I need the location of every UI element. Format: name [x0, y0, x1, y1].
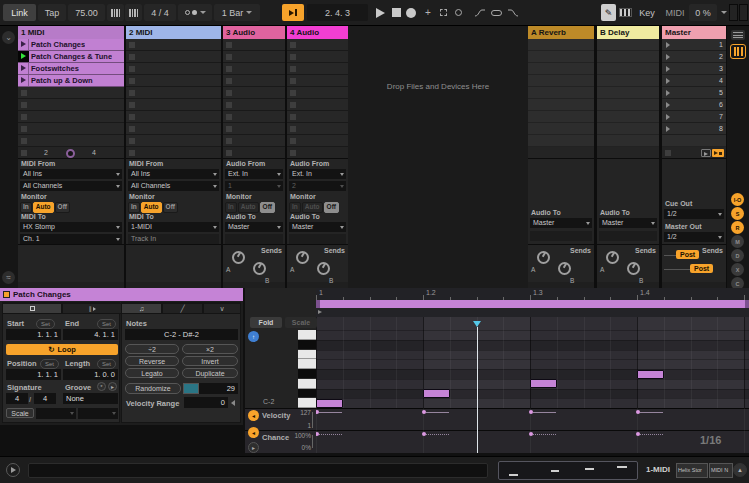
position-value[interactable]: 1. 1. 1: [6, 369, 61, 380]
scene-slot[interactable]: 6: [662, 99, 726, 111]
empty-clip-slot[interactable]: [287, 51, 348, 63]
empty-clip-slot[interactable]: [223, 99, 285, 111]
track-header[interactable]: 1 MIDI: [18, 26, 124, 39]
empty-clip-slot[interactable]: [223, 87, 285, 99]
empty-clip-slot[interactable]: [126, 99, 221, 111]
white-key[interactable]: [298, 330, 316, 340]
clip-launch-button[interactable]: [18, 63, 29, 74]
send-b-post-button[interactable]: Post: [690, 264, 713, 273]
scale-root-chooser[interactable]: [36, 408, 76, 419]
scene-slot[interactable]: 3: [662, 63, 726, 75]
scene-slot[interactable]: 8: [662, 123, 726, 135]
empty-clip-slot[interactable]: [223, 111, 285, 123]
tab-notes[interactable]: ♫: [121, 303, 162, 314]
monitor-off-button[interactable]: Off: [163, 202, 178, 213]
input-channel-chooser[interactable]: All Channels: [128, 181, 219, 191]
loop-start-handle[interactable]: [316, 300, 320, 308]
monitor-auto-button[interactable]: Auto: [238, 202, 259, 213]
clip-stop-button[interactable]: [129, 78, 135, 84]
white-key[interactable]: [298, 398, 316, 408]
arrangement-record-button[interactable]: [404, 5, 417, 20]
mixer-toggle-m[interactable]: M: [731, 235, 744, 248]
clip-overview[interactable]: [498, 461, 638, 480]
clip[interactable]: Patch up & Down: [18, 75, 124, 87]
chance-marker[interactable]: [636, 432, 640, 436]
empty-clip-slot[interactable]: [126, 111, 221, 123]
mixer-toggle-d[interactable]: D: [731, 249, 744, 262]
duplicate-button[interactable]: Duplicate: [182, 368, 238, 378]
monitor-auto-button[interactable]: Auto: [33, 202, 54, 213]
reverse-button[interactable]: Reverse: [125, 356, 179, 366]
midi-map-button[interactable]: MIDI: [661, 4, 689, 21]
velocity-range-value[interactable]: 0: [184, 397, 228, 408]
clip-stop-button[interactable]: [129, 42, 135, 48]
send-a-knob[interactable]: [606, 251, 619, 264]
clip-stop-button[interactable]: [129, 138, 135, 144]
device-chain-item[interactable]: Helix Stor: [676, 463, 708, 478]
clip-stop-button[interactable]: [290, 66, 296, 72]
scene-slot[interactable]: 5: [662, 87, 726, 99]
chance-marker[interactable]: [316, 432, 319, 436]
empty-clip-slot[interactable]: [126, 75, 221, 87]
black-key[interactable]: [298, 369, 316, 379]
empty-clip-slot[interactable]: [18, 87, 124, 99]
scale-name-chooser[interactable]: [78, 408, 118, 419]
nudge-up-button[interactable]: [125, 4, 142, 21]
set-end-button[interactable]: Set: [97, 319, 116, 329]
groove-pool-button[interactable]: ≈: [2, 271, 15, 284]
follow-button[interactable]: [282, 4, 304, 21]
input-channel-chooser[interactable]: All Channels: [20, 181, 122, 191]
randomize-button[interactable]: Randomize: [125, 383, 181, 394]
session-record-button[interactable]: [452, 5, 464, 20]
track-stop-button[interactable]: [290, 150, 296, 156]
monitor-in-button[interactable]: In: [289, 202, 301, 213]
loop-end-handle[interactable]: [745, 300, 749, 308]
velocity-marker[interactable]: [316, 410, 319, 414]
send-b-knob[interactable]: [317, 262, 330, 275]
input-type-chooser[interactable]: Ext. In: [225, 169, 283, 179]
fold-to-notes-button[interactable]: ↑: [248, 331, 259, 342]
master-out-chooser[interactable]: 1/2: [664, 232, 724, 242]
clip-stop-button[interactable]: [21, 90, 27, 96]
empty-clip-slot[interactable]: [223, 51, 285, 63]
chance-marker[interactable]: [529, 432, 533, 436]
show-device-view-button[interactable]: ▲: [733, 463, 747, 477]
set-position-button[interactable]: Set: [40, 359, 59, 369]
output-type-chooser[interactable]: Master: [599, 218, 657, 228]
velocity-marker[interactable]: [422, 410, 426, 414]
clip-launch-button[interactable]: [18, 75, 29, 86]
empty-clip-slot[interactable]: [126, 63, 221, 75]
clip[interactable]: Patch Changes: [18, 39, 124, 51]
send-a-knob[interactable]: [296, 251, 309, 264]
clip-stop-button[interactable]: [290, 114, 296, 120]
monitor-in-button[interactable]: In: [128, 202, 140, 213]
empty-clip-slot[interactable]: [126, 51, 221, 63]
quantization-menu[interactable]: 1 Bar: [214, 4, 260, 21]
tab-clip-properties[interactable]: [2, 303, 62, 314]
clip-stop-button[interactable]: [129, 102, 135, 108]
clip-title-bar[interactable]: Patch Changes: [0, 288, 243, 301]
groove-hotswap-button[interactable]: ▸: [108, 382, 117, 391]
output-type-chooser[interactable]: HX Stomp: [20, 222, 122, 232]
empty-clip-slot[interactable]: [126, 87, 221, 99]
overdub-button[interactable]: +: [422, 5, 434, 20]
nudge-down-button[interactable]: [107, 4, 124, 21]
clip-stop-button[interactable]: [226, 66, 232, 72]
double-time-button[interactable]: ×2: [182, 344, 238, 354]
input-channel-chooser[interactable]: 1: [225, 181, 283, 191]
input-channel-chooser[interactable]: 2: [289, 181, 346, 191]
note-grid[interactable]: 11.21.31.4: [316, 288, 749, 453]
midi-note[interactable]: [316, 399, 343, 408]
track-stop-button[interactable]: [226, 150, 232, 156]
send-b-knob[interactable]: [558, 262, 571, 275]
white-key[interactable]: [298, 379, 316, 389]
track-stop-button[interactable]: [21, 150, 27, 156]
signature-denominator[interactable]: 4: [34, 393, 56, 404]
monitor-off-button[interactable]: Off: [324, 202, 339, 213]
clip-stop-button[interactable]: [226, 90, 232, 96]
empty-clip-slot[interactable]: [223, 39, 285, 51]
velocity-marker[interactable]: [636, 410, 640, 414]
stop-all-button[interactable]: [712, 149, 724, 157]
output-type-chooser[interactable]: Master: [530, 218, 592, 228]
chance-lane-fold-button[interactable]: ◂: [248, 427, 259, 438]
